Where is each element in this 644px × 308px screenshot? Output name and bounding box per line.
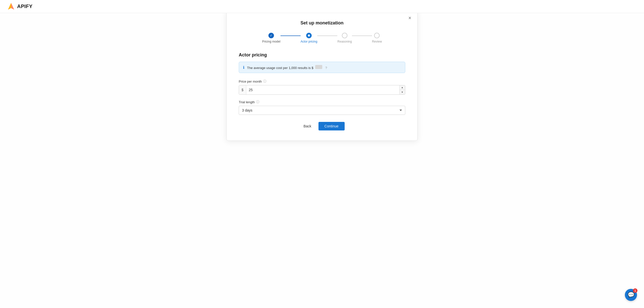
svg-marker-1	[11, 3, 14, 10]
step-label-actor-pricing: Actor pricing	[301, 40, 317, 43]
continue-button[interactable]: Continue	[318, 122, 345, 130]
chat-badge: 1	[633, 288, 637, 293]
currency-symbol: $	[239, 85, 246, 94]
step-label-reasoning: Reasoning	[337, 40, 352, 43]
step-label-review: Review	[372, 40, 382, 43]
step-label-pricing-model: Pricing model	[262, 40, 280, 43]
price-help-icon[interactable]: ⓘ	[263, 79, 266, 84]
connector-3	[352, 36, 372, 36]
step-reasoning: Reasoning	[337, 33, 352, 43]
info-text: The average usage cost per 1,000 results…	[247, 65, 327, 70]
step-circle-review	[374, 33, 380, 38]
step-circle-pricing-model	[268, 33, 274, 38]
trial-help-icon[interactable]: ⓘ	[256, 100, 259, 104]
info-box: ℹ The average usage cost per 1,000 resul…	[239, 62, 405, 73]
spinner-down-button[interactable]: ▼	[399, 90, 405, 94]
price-input-wrapper: $ ▲ ▼	[239, 85, 405, 95]
step-actor-pricing: Actor pricing	[301, 33, 317, 43]
stepper: Pricing model Actor pricing Reasoning Re…	[239, 33, 405, 43]
logo-text: APIFY	[17, 4, 32, 9]
step-circle-actor-pricing	[306, 33, 312, 38]
apify-logo-icon	[7, 3, 15, 11]
trial-length-field: Trial length ⓘ No trial 3 days 7 days 14…	[239, 100, 405, 115]
step-circle-reasoning	[342, 33, 347, 38]
top-bar: APIFY	[0, 0, 644, 13]
modal-title: Set up monetization	[239, 20, 405, 26]
section-title: Actor pricing	[239, 52, 405, 58]
chat-icon: 💬	[628, 292, 634, 298]
svg-marker-2	[8, 3, 11, 10]
info-icon: ℹ	[243, 65, 245, 70]
logo-area: APIFY	[7, 3, 32, 11]
price-per-month-label: Price per month ⓘ	[239, 79, 405, 84]
price-per-month-field: Price per month ⓘ $ ▲ ▼	[239, 79, 405, 95]
step-review: Review	[372, 33, 382, 43]
spinner-up-button[interactable]: ▲	[399, 85, 405, 90]
info-value-placeholder	[315, 65, 322, 69]
trial-length-select[interactable]: No trial 3 days 7 days 14 days 30 days	[239, 106, 405, 115]
price-input[interactable]	[246, 85, 399, 94]
button-row: Back Continue	[239, 122, 405, 130]
chat-button[interactable]: 💬 1	[625, 289, 637, 301]
spinner-buttons: ▲ ▼	[399, 85, 405, 94]
modal: × Set up monetization Pricing model Acto…	[226, 10, 418, 141]
connector-2	[317, 36, 337, 36]
trial-length-label: Trial length ⓘ	[239, 100, 405, 104]
close-button[interactable]: ×	[407, 14, 412, 21]
back-button[interactable]: Back	[299, 122, 315, 130]
modal-overlay: × Set up monetization Pricing model Acto…	[0, 0, 644, 308]
step-pricing-model: Pricing model	[262, 33, 280, 43]
connector-1	[280, 36, 301, 36]
info-help-icon[interactable]: ?	[325, 66, 327, 70]
